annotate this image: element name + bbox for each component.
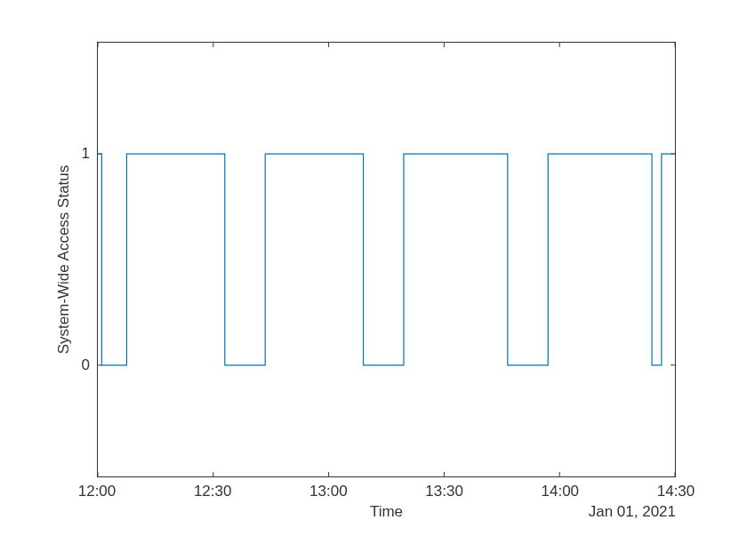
x-tick-label-5: 14:30 <box>657 483 695 500</box>
figure: 0 1 12:00 12:30 13:00 13:30 14:00 14:30 … <box>0 0 747 560</box>
series-line <box>98 154 675 365</box>
x-tick-label-3: 13:30 <box>425 483 463 500</box>
x-tick-label-0: 12:00 <box>78 483 116 500</box>
y-ticks <box>98 154 675 365</box>
plot-axes <box>97 42 676 477</box>
x-tick-label-2: 13:00 <box>309 483 348 500</box>
plot-canvas <box>98 43 675 476</box>
x-axis-label: Time <box>370 503 403 521</box>
x-tick-label-4: 14:00 <box>542 483 580 500</box>
y-tick-label-0: 0 <box>82 356 90 374</box>
date-label: Jan 01, 2021 <box>589 503 676 521</box>
x-ticks <box>98 43 675 476</box>
y-tick-label-1: 1 <box>82 145 90 163</box>
x-tick-label-1: 12:30 <box>194 483 232 500</box>
y-axis-label: System-Wide Access Status <box>55 165 73 355</box>
